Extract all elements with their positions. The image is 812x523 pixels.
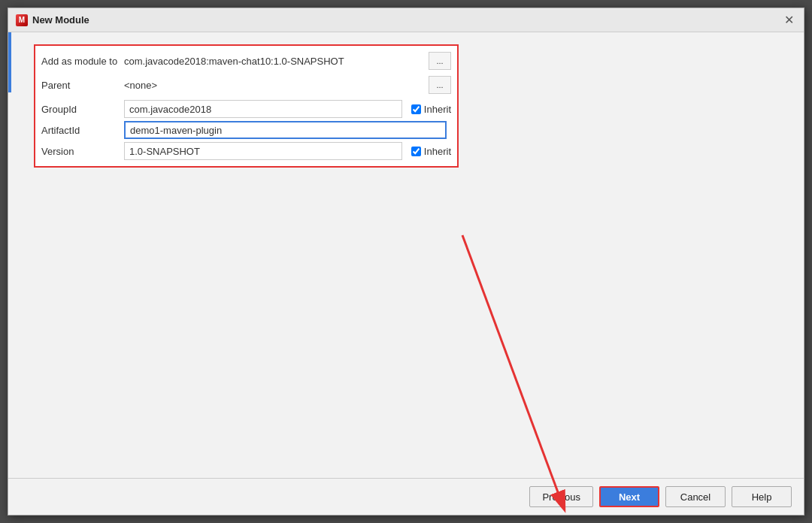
- parent-row: Parent <none> ...: [41, 73, 451, 97]
- version-label: Version: [41, 146, 124, 157]
- version-input[interactable]: [124, 142, 402, 160]
- previous-button[interactable]: Previous: [529, 486, 593, 507]
- title-bar: M New Module ✕: [8, 8, 804, 32]
- artifact-id-input[interactable]: [124, 121, 447, 139]
- add-as-module-label: Add as module to: [41, 56, 124, 67]
- sidebar-accent: [8, 32, 11, 92]
- group-id-inherit-checkbox[interactable]: [411, 104, 421, 114]
- help-button[interactable]: Help: [732, 486, 792, 507]
- version-inherit-label: Inherit: [424, 146, 451, 157]
- parent-ellipsis-button[interactable]: ...: [429, 76, 451, 94]
- version-inherit-row: Inherit: [411, 146, 451, 157]
- dialog-footer: Previous Next Cancel Help: [8, 478, 804, 515]
- cancel-button[interactable]: Cancel: [665, 486, 726, 507]
- artifact-id-label: ArtifactId: [41, 125, 124, 136]
- group-id-inherit-row: Inherit: [411, 104, 451, 115]
- close-button[interactable]: ✕: [781, 13, 796, 28]
- parent-value: <none>: [124, 80, 423, 91]
- dialog-title: New Module: [32, 14, 89, 26]
- dialog-body: Add as module to com.javacode2018:maven-…: [19, 32, 804, 478]
- version-row: Version Inherit: [41, 142, 451, 160]
- title-bar-left: M New Module: [16, 14, 89, 26]
- artifact-id-row: ArtifactId: [41, 121, 451, 139]
- group-id-inherit-label: Inherit: [424, 104, 451, 115]
- group-id-label: GroupId: [41, 104, 124, 115]
- group-id-input[interactable]: [124, 100, 402, 118]
- group-id-row: GroupId Inherit: [41, 100, 451, 118]
- parent-label: Parent: [41, 80, 124, 91]
- version-inherit-checkbox[interactable]: [411, 147, 421, 156]
- add-as-module-value: com.javacode2018:maven-chat10:1.0-SNAPSH…: [124, 56, 423, 67]
- maven-module-section: Add as module to com.javacode2018:maven-…: [34, 44, 459, 168]
- next-button[interactable]: Next: [599, 486, 659, 507]
- add-as-module-row: Add as module to com.javacode2018:maven-…: [41, 49, 451, 73]
- add-as-module-ellipsis-button[interactable]: ...: [429, 52, 451, 70]
- svg-line-1: [462, 235, 560, 498]
- dialog-icon: M: [16, 14, 28, 26]
- new-module-dialog: M New Module ✕ Add as module to com.java…: [8, 8, 804, 515]
